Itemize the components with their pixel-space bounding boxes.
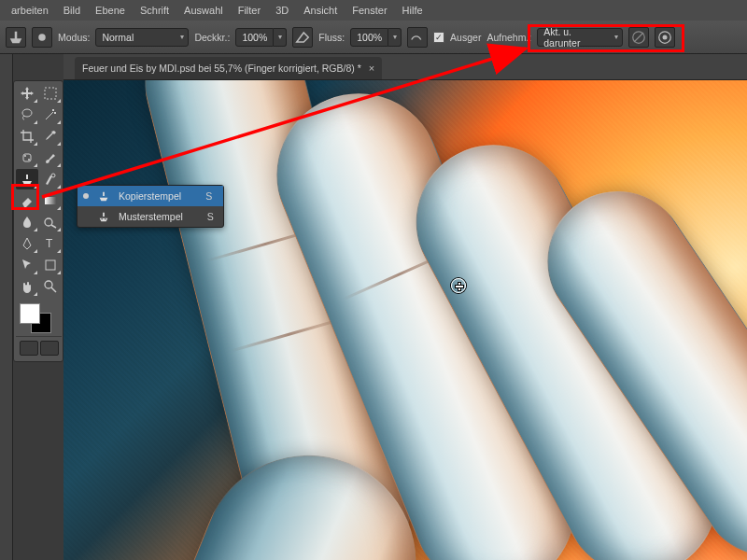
blur-tool[interactable] xyxy=(16,212,38,232)
pressure-size-icon[interactable] xyxy=(655,27,675,48)
history-brush-tool[interactable] xyxy=(39,169,62,189)
tool-preset-icon[interactable] xyxy=(6,27,26,48)
flyout-item-label: Musterstempel xyxy=(119,211,183,222)
flyout-item-kopierstempel[interactable]: Kopierstempel S xyxy=(78,186,223,206)
svg-line-13 xyxy=(51,225,56,228)
shape-tool[interactable] xyxy=(39,255,62,275)
options-bar: Modus: Normal Deckkr.: 100%▾ Fluss: 100%… xyxy=(0,21,747,54)
healing-brush-tool[interactable] xyxy=(16,147,38,168)
flyout-item-label: Kopierstempel xyxy=(119,190,181,202)
svg-point-0 xyxy=(38,34,46,41)
menu-auswahl[interactable]: Auswahl xyxy=(176,5,231,16)
menu-bar: arbeiten Bild Ebene Schrift Auswahl Filt… xyxy=(0,0,747,21)
clone-stamp-icon xyxy=(96,189,111,203)
menu-bild[interactable]: Bild xyxy=(56,5,88,16)
clone-source-cursor-icon xyxy=(451,278,466,293)
svg-point-9 xyxy=(28,159,30,161)
brush-preset-icon[interactable] xyxy=(32,27,52,48)
svg-line-17 xyxy=(51,287,56,292)
modus-label: Modus: xyxy=(58,32,90,43)
pressure-opacity-icon[interactable] xyxy=(292,27,313,48)
ausger-label: Ausger xyxy=(450,32,481,43)
deckkr-value[interactable]: 100% xyxy=(235,28,274,47)
lasso-tool[interactable] xyxy=(16,105,38,125)
document-image xyxy=(63,80,747,560)
fluss-stepper[interactable]: ▾ xyxy=(388,28,402,47)
menu-ebene[interactable]: Ebene xyxy=(88,5,133,16)
svg-rect-15 xyxy=(46,260,55,270)
flyout-item-key: S xyxy=(207,211,214,222)
modus-select[interactable]: Normal xyxy=(95,28,189,47)
close-icon[interactable]: × xyxy=(369,63,374,74)
svg-rect-11 xyxy=(45,197,56,204)
ausger-check[interactable]: ✓ xyxy=(433,32,444,43)
magic-wand-tool[interactable] xyxy=(39,105,62,125)
menu-filter[interactable]: Filter xyxy=(231,5,268,16)
svg-rect-18 xyxy=(101,218,103,220)
quickmask-mode-button[interactable] xyxy=(20,341,38,356)
tool-flyout: Kopierstempel S Musterstempel S xyxy=(77,185,224,228)
zoom-tool[interactable] xyxy=(39,276,62,297)
brush-tool[interactable] xyxy=(39,147,62,168)
eraser-tool[interactable] xyxy=(16,190,38,211)
clone-stamp-tool[interactable] xyxy=(16,169,38,189)
aufnehm-select[interactable]: Akt. u. darunter xyxy=(537,28,623,47)
menu-arbeiten[interactable]: arbeiten xyxy=(4,5,56,16)
crop-tool[interactable] xyxy=(16,126,38,147)
deckkr-label: Deckkr.: xyxy=(194,32,230,43)
gradient-tool[interactable] xyxy=(39,190,62,211)
marquee-tool[interactable] xyxy=(39,83,62,104)
flyout-item-musterstempel[interactable]: Musterstempel S xyxy=(78,206,223,227)
svg-point-16 xyxy=(45,281,52,288)
menu-3d[interactable]: 3D xyxy=(268,5,296,16)
svg-point-4 xyxy=(663,35,668,39)
menu-fenster[interactable]: Fenster xyxy=(345,5,394,16)
foreground-swatch[interactable] xyxy=(20,303,40,324)
svg-point-8 xyxy=(24,155,26,157)
flyout-item-key: S xyxy=(205,190,212,202)
hand-tool[interactable] xyxy=(16,276,38,297)
airbrush-icon[interactable] xyxy=(407,27,428,48)
document-tab-title: Feuer und Eis by MDI.psd bei 55,7% (Fing… xyxy=(82,63,361,74)
svg-rect-7 xyxy=(23,154,31,161)
document-canvas[interactable] xyxy=(63,80,747,560)
svg-rect-19 xyxy=(105,218,106,220)
aufnehm-label: Aufnehm.: xyxy=(486,32,531,43)
ignore-adjust-icon[interactable] xyxy=(628,27,649,48)
deckkr-stepper[interactable]: ▾ xyxy=(274,28,287,47)
toolbox: T xyxy=(13,80,63,362)
document-tab[interactable]: Feuer und Eis by MDI.psd bei 55,7% (Fing… xyxy=(75,57,382,79)
type-tool[interactable]: T xyxy=(39,233,62,254)
svg-point-10 xyxy=(51,174,55,177)
move-tool[interactable] xyxy=(16,83,38,104)
path-select-tool[interactable] xyxy=(16,255,38,275)
svg-rect-5 xyxy=(45,88,56,99)
color-swatches[interactable] xyxy=(16,301,62,335)
panel-strip xyxy=(0,54,13,560)
eyedropper-tool[interactable] xyxy=(39,126,62,147)
screenmode-button[interactable] xyxy=(40,341,59,356)
menu-ansicht[interactable]: Ansicht xyxy=(296,5,345,16)
fluss-label: Fluss: xyxy=(318,32,345,43)
menu-hilfe[interactable]: Hilfe xyxy=(395,5,430,16)
svg-point-12 xyxy=(45,218,52,226)
fluss-value[interactable]: 100% xyxy=(350,28,388,47)
pen-tool[interactable] xyxy=(16,233,38,254)
svg-text:T: T xyxy=(46,237,53,250)
pattern-stamp-icon xyxy=(96,210,111,223)
dodge-tool[interactable] xyxy=(39,212,62,232)
menu-schrift[interactable]: Schrift xyxy=(133,5,176,16)
svg-line-2 xyxy=(634,33,643,42)
document-tab-bar: Feuer und Eis by MDI.psd bei 55,7% (Fing… xyxy=(63,54,747,80)
